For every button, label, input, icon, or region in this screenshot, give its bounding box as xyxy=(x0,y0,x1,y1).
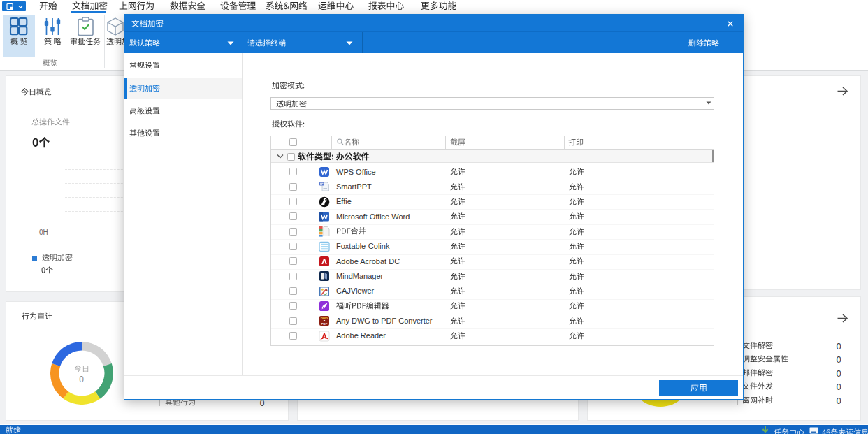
svg-text:DWG: DWG xyxy=(320,317,328,321)
svg-text:PDF: PDF xyxy=(321,322,327,326)
